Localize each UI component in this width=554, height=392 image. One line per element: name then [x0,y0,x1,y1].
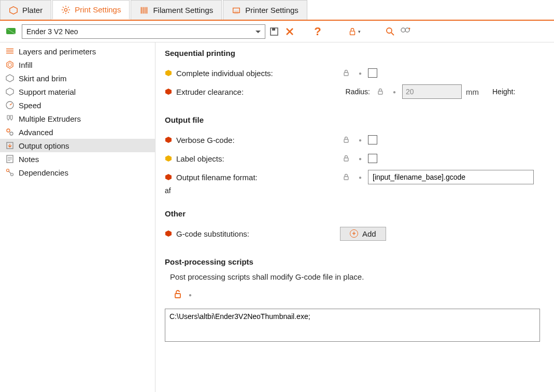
svg-marker-31 [7,61,13,68]
tab-print-settings[interactable]: Print Settings [52,0,130,20]
add-substitution-button[interactable]: + Add [340,227,386,241]
unlock-icon[interactable] [173,289,182,300]
reset-dot[interactable]: ● [357,175,364,180]
settings-content: Sequential printing Complete individual … [155,42,554,392]
support-icon [5,87,15,96]
row-complete-objects: Complete individual objects: ● [165,64,554,82]
sidebar-label: Support material [19,88,76,96]
sidebar-item-infill[interactable]: Infill [0,58,155,71]
filament-icon [139,6,149,15]
tab-printer-settings[interactable]: Printer Settings [223,0,307,20]
verbose-checkbox[interactable] [368,135,377,144]
reset-dot[interactable]: ● [357,70,364,76]
tab-label: Plater [22,6,42,14]
lock-icon[interactable] [340,154,352,163]
save-button[interactable] [267,25,281,38]
search-button[interactable] [383,25,397,38]
bullet-icon [165,88,172,95]
help-button[interactable]: ? [311,25,324,38]
extruders-icon [5,114,15,123]
sidebar-label: Advanced [19,128,53,137]
tab-filament-settings[interactable]: Filament Settings [131,0,222,20]
bullet-icon [165,230,172,237]
sidebar-item-extruders[interactable]: Multiple Extruders [0,112,155,125]
svg-point-24 [401,28,405,32]
advanced-icon [5,127,15,137]
svg-marker-47 [165,70,172,76]
sidebar-label: Notes [19,155,39,164]
svg-rect-48 [344,72,348,76]
svg-marker-53 [165,155,172,162]
lock-dropdown-button[interactable]: ▾ [347,25,361,38]
tab-label: Filament Settings [153,6,213,14]
setting-label: Label objects: [176,154,224,163]
preset-dropdown[interactable]: Ender 3 V2 Neo [22,24,265,39]
sidebar-item-dependencies[interactable]: Dependencies [0,166,155,179]
sidebar-label: Skirt and brim [19,74,67,83]
flag-icon [5,26,18,37]
delete-button[interactable] [283,25,296,38]
output-icon [5,141,15,150]
setting-label: Complete individual objects: [176,69,273,78]
plus-icon: + [350,229,358,238]
svg-rect-18 [272,28,275,31]
settings-sidebar: Layers and perimeters Infill Skirt and b… [0,42,155,392]
infill-icon [5,60,15,69]
preset-name: Ender 3 V2 Neo [26,27,78,36]
sidebar-label: Layers and perimeters [19,47,96,56]
sidebar-item-speed[interactable]: Speed [0,98,155,112]
row-output-filename: Output filename format: ● [165,168,554,186]
section-title: Output file [165,115,554,124]
svg-line-9 [63,12,64,13]
svg-point-37 [7,129,10,132]
svg-rect-21 [350,31,354,35]
sidebar-item-output-options[interactable]: Output options [0,139,155,152]
label-objects-checkbox[interactable] [368,154,377,163]
sidebar-label: Dependencies [19,168,68,177]
section-post-processing: Post-processing scripts Post processing … [165,257,554,342]
svg-point-22 [387,28,392,33]
tab-label: Print Settings [75,5,121,14]
printer-icon [232,6,241,15]
setting-label: Extruder clearance: [176,88,244,96]
speed-icon [5,100,15,110]
bullet-icon [165,136,172,143]
svg-line-8 [68,7,69,8]
reset-dot[interactable]: ● [187,292,194,298]
sidebar-item-layers[interactable]: Layers and perimeters [0,45,155,58]
svg-line-7 [68,12,69,13]
reset-dot[interactable]: ● [357,156,364,162]
filename-format-input[interactable] [368,170,534,184]
row-verbose-gcode: Verbose G-code: ● [165,130,554,149]
svg-marker-57 [165,230,172,237]
svg-rect-50 [378,91,382,94]
lock-icon[interactable] [340,173,352,181]
sidebar-item-notes[interactable]: Notes [0,152,155,166]
sidebar-item-support[interactable]: Support material [0,85,155,98]
reset-dot[interactable]: ● [357,137,364,143]
svg-point-44 [7,169,9,172]
lock-icon[interactable] [340,136,352,144]
gear-icon [61,5,70,14]
lock-icon[interactable] [374,88,387,96]
bullet-icon [165,173,172,181]
sidebar-item-skirt[interactable]: Skirt and brim [0,71,155,85]
complete-objects-checkbox[interactable] [368,68,377,78]
tab-plater[interactable]: Plater [0,0,51,20]
tab-label: Printer Settings [245,6,299,14]
post-script-textarea[interactable] [165,309,540,342]
svg-line-23 [391,33,394,35]
reset-dot[interactable]: ● [391,89,398,95]
svg-marker-55 [165,174,172,180]
svg-point-45 [11,173,13,176]
radius-input[interactable] [402,84,462,99]
sidebar-item-advanced[interactable]: Advanced [0,125,155,139]
svg-marker-33 [6,75,13,82]
compare-button[interactable] [399,25,413,38]
radius-label: Radius: [340,88,370,96]
svg-point-38 [10,132,13,135]
svg-line-36 [10,104,12,105]
unit-label: mm [466,88,479,96]
lock-icon[interactable] [340,69,352,77]
bullet-icon [165,155,172,162]
